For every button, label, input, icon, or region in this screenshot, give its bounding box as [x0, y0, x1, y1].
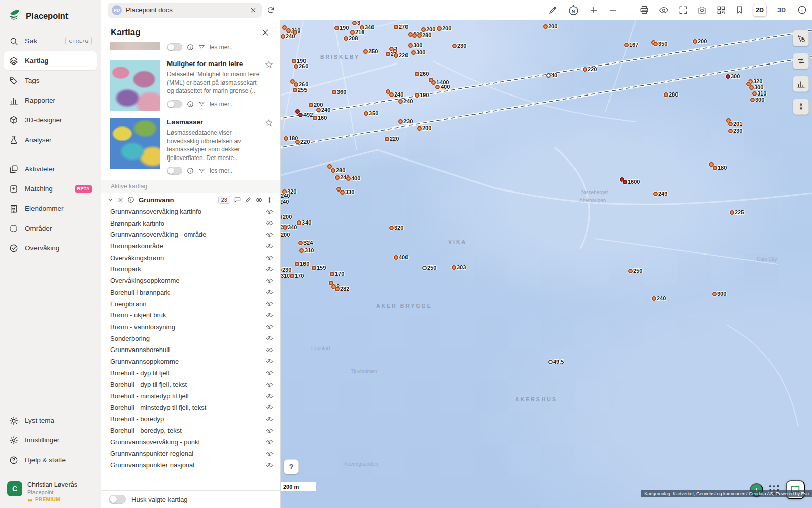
sidebar-item-analyser[interactable]: Analyser: [4, 131, 97, 149]
layer-toggle[interactable]: [167, 167, 182, 175]
layer-visibility-toggle[interactable]: [266, 381, 273, 388]
map-marker[interactable]: 220: [394, 52, 408, 58]
sidebar-item-tags[interactable]: Tags: [4, 71, 97, 90]
layer-row[interactable]: Grunnvannsoppkomme: [101, 356, 280, 367]
layer-visibility-toggle[interactable]: [266, 369, 273, 376]
map-marker[interactable]: 200: [417, 125, 431, 131]
filter-icon[interactable]: [198, 44, 205, 51]
edit-icon[interactable]: [245, 196, 252, 203]
map-marker[interactable]: 200: [543, 23, 557, 29]
map-marker[interactable]: 250: [363, 48, 378, 54]
map-marker[interactable]: 3: [352, 20, 360, 26]
sidebar-item-3d-designer[interactable]: 3D-designer: [4, 111, 97, 130]
map-marker[interactable]: 310: [281, 273, 290, 279]
layer-visibility-toggle[interactable]: [266, 208, 273, 215]
les-mer-link[interactable]: les mer..: [210, 167, 232, 174]
layer-row[interactable]: Overvåkingsoppkomme: [101, 275, 280, 287]
print-button[interactable]: [638, 4, 650, 16]
layer-row[interactable]: Brønnpark: [101, 264, 280, 275]
favorite-star-icon[interactable]: [265, 60, 273, 71]
layer-group-row[interactable]: Grunnvann 23: [101, 193, 280, 206]
sidebar-item-kartlag[interactable]: Kartlag: [4, 51, 97, 70]
map-marker[interactable]: 49.5: [548, 359, 564, 365]
layer-visibility-toggle[interactable]: [266, 312, 273, 319]
filter-icon[interactable]: [198, 101, 205, 107]
layer-visibility-toggle[interactable]: [266, 289, 273, 296]
sidebar-item-matching[interactable]: MatchingBETA: [4, 179, 97, 198]
layer-visibility-toggle[interactable]: [266, 254, 273, 261]
map-marker[interactable]: 190: [334, 25, 349, 31]
map-marker[interactable]: 260: [415, 71, 429, 77]
chevron-down-icon[interactable]: [107, 196, 114, 203]
sidebar-item-hjelp-st-tte[interactable]: Hjelp & støtte: [4, 451, 97, 469]
map-marker[interactable]: 40: [546, 72, 557, 78]
map-marker[interactable]: 282: [335, 285, 349, 292]
map-marker[interactable]: 300: [749, 84, 763, 90]
map-marker[interactable]: 330: [340, 189, 354, 195]
search-input[interactable]: PD Placepoint docs: [108, 3, 262, 18]
layer-row[interactable]: Sonderboring: [101, 333, 280, 344]
layer-visibility-toggle[interactable]: [266, 277, 273, 284]
map-marker[interactable]: 260: [294, 63, 308, 69]
layer-visibility-toggle[interactable]: [266, 335, 273, 342]
map-canvas[interactable]: BRISKEBYVIKAAKER BRYGGEAKERSHUSTjuvholme…: [281, 20, 812, 508]
favorite-star-icon[interactable]: [265, 119, 273, 129]
layer-card-partial[interactable]: les mer..: [101, 42, 280, 55]
map-marker[interactable]: 220: [385, 136, 399, 142]
remember-layers-toggle[interactable]: [109, 495, 126, 504]
map-marker[interactable]: 220: [295, 139, 310, 145]
snap-tool-button[interactable]: [793, 30, 809, 46]
map-marker[interactable]: 320: [389, 225, 403, 231]
map-marker[interactable]: 170: [330, 271, 344, 277]
layer-visibility-toggle[interactable]: [266, 231, 273, 238]
sidebar-item-eiendommer[interactable]: Eiendommer: [4, 199, 97, 218]
layer-row[interactable]: Brønn - vannforsyning: [101, 321, 280, 333]
map-marker[interactable]: 270: [394, 24, 408, 30]
chart-tool-button[interactable]: [793, 76, 809, 92]
layer-visibility-toggle[interactable]: [266, 416, 273, 423]
map-marker[interactable]: 249: [653, 190, 667, 197]
map-marker[interactable]: 300: [712, 291, 726, 297]
map-marker[interactable]: 300: [411, 49, 425, 55]
sidebar-item-omr-der[interactable]: Områder: [4, 219, 97, 238]
layer-card-losmasser[interactable]: Løsmasser Løsmassedataene viser hovedsak…: [101, 114, 280, 178]
map-marker[interactable]: 240: [316, 107, 330, 113]
panel-close-icon[interactable]: [260, 27, 271, 38]
layer-card-marin-leire[interactable]: Mulighet for marin leire Datasettet 'Mul…: [101, 55, 280, 114]
layer-toggle[interactable]: [167, 43, 182, 51]
layer-visibility-toggle[interactable]: [266, 300, 273, 307]
layer-row[interactable]: Borehull - minstedyp til fjell, tekst: [101, 402, 280, 414]
map-marker[interactable]: 220: [583, 66, 597, 72]
map-marker[interactable]: 250: [422, 265, 436, 271]
layer-row[interactable]: Brønnpark kartinfo: [101, 217, 280, 229]
map-marker[interactable]: 280: [331, 167, 345, 173]
map-marker[interactable]: 400: [394, 254, 408, 260]
map-marker[interactable]: 360: [332, 89, 346, 95]
layer-visibility-toggle[interactable]: [266, 358, 273, 365]
info-circle-icon[interactable]: [187, 167, 194, 174]
sidebar-item-s-k[interactable]: SøkCTRL+G: [4, 31, 97, 50]
map-marker[interactable]: 201: [728, 121, 742, 127]
map-marker[interactable]: 340: [283, 224, 297, 230]
layer-row[interactable]: Grunnvannsovervåking - område: [101, 229, 280, 241]
remove-group-icon[interactable]: [117, 197, 124, 203]
map-marker[interactable]: 230: [728, 128, 742, 134]
comment-icon[interactable]: [234, 196, 241, 203]
reorder-icon[interactable]: [266, 197, 273, 203]
map-marker[interactable]: 240: [281, 199, 289, 205]
layer-row[interactable]: Grunnvannspunkter regional: [101, 448, 280, 460]
map-marker[interactable]: [293, 30, 297, 35]
sidebar-item-rapporter[interactable]: Rapporter: [4, 91, 97, 110]
map-marker[interactable]: 310: [299, 247, 314, 253]
sidebar-item-overv-king[interactable]: Overvåking: [4, 239, 97, 258]
mode-3d-button[interactable]: 3D: [774, 4, 789, 17]
layer-row[interactable]: Borehull - minstedyp til fjell: [101, 390, 280, 402]
map-marker[interactable]: 200: [281, 214, 292, 220]
map-marker[interactable]: 310: [752, 90, 766, 97]
map-marker[interactable]: 240: [652, 295, 666, 301]
map-marker[interactable]: 216: [350, 29, 364, 35]
map-marker[interactable]: 350: [653, 41, 667, 47]
map-marker[interactable]: 225: [730, 209, 744, 215]
group-visibility-icon[interactable]: [255, 196, 263, 204]
map-marker[interactable]: 400: [435, 84, 450, 90]
